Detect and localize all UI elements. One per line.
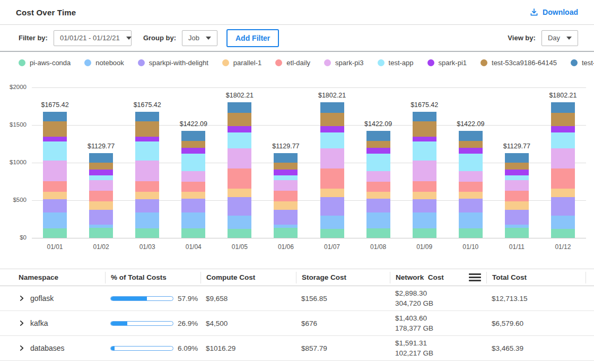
bar-segment-spark-pi1[interactable]: [366, 148, 390, 154]
bar-segment-pi-aws-conda[interactable]: [551, 229, 575, 238]
legend-item-notebook[interactable]: notebook: [84, 59, 124, 67]
bar-segment-pi-aws-conda[interactable]: [181, 228, 205, 238]
bar-segment-sparkpi-with-delight[interactable]: [459, 199, 483, 212]
bar-segment-parallel-1[interactable]: [181, 192, 205, 199]
bar-segment-spark-pi1[interactable]: [135, 137, 159, 141]
bar-segment-notebook[interactable]: [366, 212, 390, 228]
bar-segment-etl-daily[interactable]: [43, 181, 67, 192]
bar-segment-spark-pi1[interactable]: [459, 148, 483, 154]
bar-segment-parallel-1[interactable]: [320, 189, 344, 197]
bar-segment-test-app[interactable]: [366, 154, 390, 171]
bar-segment-sparkpi-with-delight[interactable]: [320, 197, 344, 216]
legend-item-etl-daily[interactable]: etl-daily: [275, 59, 310, 67]
bar-segment-notebook[interactable]: [181, 212, 205, 228]
bar-segment-test-pkix[interactable]: [459, 131, 483, 141]
bar-segment-spark-pi1[interactable]: [413, 137, 436, 141]
bar-segment-spark-pi3[interactable]: [551, 148, 575, 168]
legend-item-spark-pi3[interactable]: spark-pi3: [324, 59, 363, 67]
bar-segment-sparkpi-with-delight[interactable]: [505, 210, 529, 225]
bar-segment-test-53ca9186-64145[interactable]: [320, 113, 344, 126]
bar-segment-test-pkix[interactable]: [43, 112, 67, 121]
bar-segment-spark-pi3[interactable]: [89, 180, 113, 191]
namespace-cell[interactable]: kafka: [19, 319, 105, 327]
bar-segment-pi-aws-conda[interactable]: [413, 228, 436, 238]
bar-segment-parallel-1[interactable]: [43, 192, 67, 199]
bar-segment-test-53ca9186-64145[interactable]: [413, 121, 436, 137]
legend-item-sparkpi-with-delight[interactable]: sparkpi-with-delight: [138, 59, 208, 67]
bar-segment-etl-daily[interactable]: [228, 168, 251, 189]
bar-segment-spark-pi1[interactable]: [505, 170, 529, 175]
legend-item-pi-aws-conda[interactable]: pi-aws-conda: [19, 59, 71, 67]
bar-segment-etl-daily[interactable]: [551, 168, 575, 189]
bar-segment-pi-aws-conda[interactable]: [228, 229, 251, 238]
bar-segment-test-pkix[interactable]: [320, 102, 344, 113]
bar-segment-test-pkix[interactable]: [135, 112, 159, 121]
bar-segment-spark-pi3[interactable]: [135, 161, 159, 181]
bar-segment-notebook[interactable]: [320, 216, 344, 229]
chevron-right-icon[interactable]: [19, 320, 25, 326]
bar-segment-etl-daily[interactable]: [274, 191, 298, 201]
bar-segment-etl-daily[interactable]: [413, 181, 436, 192]
bar-segment-spark-pi3[interactable]: [366, 171, 390, 181]
bar-segment-test-53ca9186-64145[interactable]: [228, 113, 251, 126]
bar-segment-notebook[interactable]: [551, 216, 575, 229]
bar-segment-test-53ca9186-64145[interactable]: [459, 141, 483, 148]
bar-segment-etl-daily[interactable]: [135, 181, 159, 192]
chevron-right-icon[interactable]: [19, 345, 25, 351]
download-button[interactable]: Download: [530, 8, 578, 16]
bar-segment-sparkpi-with-delight[interactable]: [181, 199, 205, 212]
bar-segment-sparkpi-with-delight[interactable]: [413, 199, 436, 213]
bar-segment-spark-pi1[interactable]: [274, 170, 298, 175]
bar-segment-test-53ca9186-64145[interactable]: [181, 141, 205, 148]
bar-segment-pi-aws-conda[interactable]: [89, 228, 113, 238]
bar-segment-test-app[interactable]: [181, 154, 205, 171]
bar-segment-test-53ca9186-64145[interactable]: [551, 113, 575, 126]
bar-segment-spark-pi3[interactable]: [274, 180, 298, 191]
bar-segment-spark-pi1[interactable]: [43, 137, 67, 141]
view-by-select[interactable]: Day: [541, 30, 578, 46]
bar-segment-test-53ca9186-64145[interactable]: [505, 163, 529, 170]
legend-item-test-53ca9186-64145[interactable]: test-53ca9186-64145: [481, 59, 557, 67]
namespace-cell[interactable]: databases: [19, 344, 105, 352]
bar-segment-sparkpi-with-delight[interactable]: [89, 210, 113, 225]
bar-segment-sparkpi-with-delight[interactable]: [366, 199, 390, 212]
bar-segment-pi-aws-conda[interactable]: [274, 228, 298, 238]
bar-segment-pi-aws-conda[interactable]: [135, 228, 159, 238]
bar-segment-parallel-1[interactable]: [505, 201, 529, 210]
bar-segment-spark-pi1[interactable]: [551, 126, 575, 132]
bar-segment-etl-daily[interactable]: [366, 182, 390, 192]
bar-segment-test-app[interactable]: [89, 175, 113, 180]
bar-segment-notebook[interactable]: [459, 212, 483, 228]
legend-item-parallel-1[interactable]: parallel-1: [222, 59, 261, 67]
add-filter-button[interactable]: Add Filter: [226, 29, 279, 47]
bar-segment-sparkpi-with-delight[interactable]: [274, 210, 298, 225]
bar-segment-notebook[interactable]: [135, 212, 159, 228]
bar-segment-test-53ca9186-64145[interactable]: [89, 163, 113, 170]
bar-segment-parallel-1[interactable]: [413, 192, 436, 199]
bar-segment-test-53ca9186-64145[interactable]: [274, 163, 298, 170]
bar-segment-parallel-1[interactable]: [459, 192, 483, 199]
bar-segment-test-53ca9186-64145[interactable]: [366, 141, 390, 148]
bar-segment-pi-aws-conda[interactable]: [366, 228, 390, 238]
bar-segment-sparkpi-with-delight[interactable]: [228, 197, 251, 216]
bar-segment-parallel-1[interactable]: [89, 201, 113, 210]
bar-segment-parallel-1[interactable]: [551, 189, 575, 197]
date-range-select[interactable]: 01/01/21 - 01/12/21: [54, 30, 132, 46]
bar-segment-spark-pi3[interactable]: [228, 148, 251, 168]
bar-segment-spark-pi1[interactable]: [228, 126, 251, 132]
legend-item-spark-pi1[interactable]: spark-pi1: [427, 59, 467, 67]
bar-segment-notebook[interactable]: [43, 212, 67, 228]
bar-segment-notebook[interactable]: [228, 216, 251, 229]
bar-segment-test-pkix[interactable]: [228, 102, 251, 113]
bar-segment-test-app[interactable]: [551, 132, 575, 148]
bar-segment-test-app[interactable]: [43, 141, 67, 161]
bar-segment-test-53ca9186-64145[interactable]: [135, 121, 159, 137]
legend-item-test-app[interactable]: test-app: [378, 59, 414, 67]
bar-segment-spark-pi3[interactable]: [505, 180, 529, 191]
bar-segment-test-pkix[interactable]: [366, 131, 390, 141]
legend-item-test-pkix[interactable]: test-pkix: [571, 59, 594, 67]
bar-segment-test-app[interactable]: [135, 141, 159, 161]
group-by-select[interactable]: Job: [182, 30, 217, 46]
bar-segment-spark-pi3[interactable]: [459, 171, 483, 181]
bar-segment-test-pkix[interactable]: [181, 131, 205, 141]
